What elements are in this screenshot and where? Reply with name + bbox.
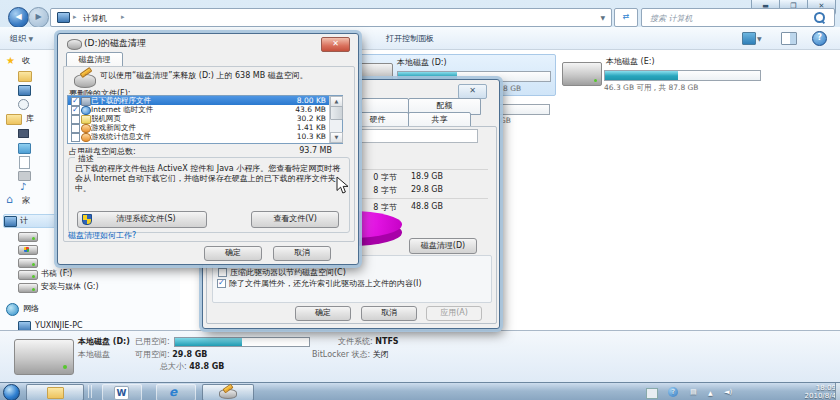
breadcrumb-arrow-icon[interactable]: ▸ — [121, 13, 125, 21]
close-icon[interactable]: ✕ — [321, 37, 350, 52]
index-label: 除了文件属性外，还允许索引此驱动器上文件的内容(I) — [229, 278, 422, 289]
item-size: 8.00 KB — [297, 96, 326, 105]
total-space-value: 93.7 MB — [264, 146, 332, 155]
filesystem-row: 文件系统: NTFS — [338, 336, 399, 347]
ok-button[interactable]: 确定 — [204, 246, 262, 261]
printer-icon — [18, 171, 31, 181]
network-tray-icon[interactable]: ▤ — [690, 388, 697, 396]
free-space-row: 可用空间: 29.8 GB — [135, 349, 207, 360]
refresh-button[interactable]: ⇄ — [614, 8, 638, 27]
search-icon[interactable] — [814, 12, 825, 23]
item-size: 43.6 MB — [295, 105, 326, 114]
list-item[interactable]: 已下载的程序文件 8.00 KB — [68, 96, 330, 105]
used-gb-value: 18.9 GB — [411, 172, 443, 181]
clock-time: 18:09 — [790, 384, 836, 392]
ok-button[interactable]: 确定 — [295, 306, 351, 321]
list-item[interactable]: Internet 临时文件 43.6 MB — [68, 105, 330, 114]
list-scrollbar[interactable]: ▲ ▼ — [329, 96, 342, 143]
drive-caption: 46.3 GB 可用 , 共 87.8 GB — [604, 83, 699, 93]
list-item[interactable]: 游戏统计信息文件 10.3 KB — [68, 132, 330, 141]
close-icon[interactable]: ✕ — [458, 84, 487, 99]
address-bar[interactable]: ▸ 计算机 ▸ ▼ — [50, 8, 612, 27]
disk-cleanup-button[interactable]: 磁盘清理(D) — [409, 238, 477, 254]
apply-button[interactable]: 应用(A) — [426, 306, 482, 321]
network-icon — [6, 303, 19, 316]
back-button[interactable]: ◀ — [8, 7, 29, 28]
drive-icon — [18, 232, 38, 242]
total-size-row: 总大小: 48.8 GB — [160, 361, 224, 372]
item-name: 游戏统计信息文件 — [91, 132, 151, 141]
sidebar-item-label: 收 — [22, 55, 30, 67]
computer-icon — [57, 12, 70, 23]
compress-label: 压缩此驱动器以节约磁盘空间(C) — [230, 267, 346, 278]
how-it-works-link[interactable]: 磁盘清理如何工作? — [68, 230, 136, 241]
forward-button[interactable]: ▶ — [28, 7, 49, 28]
views-icon — [742, 32, 756, 45]
item-name: 脱机网页 — [91, 114, 121, 123]
sidebar-item-label: 书稿 (F:) — [41, 268, 72, 280]
taskbar-separator — [88, 385, 89, 398]
item-name: 已下载的程序文件 — [91, 96, 151, 105]
scroll-thumb[interactable] — [330, 106, 343, 120]
clean-system-files-button[interactable]: 清理系统文件(S) — [77, 211, 207, 228]
drive-icon — [18, 270, 38, 280]
help-button[interactable]: ? — [812, 31, 827, 46]
taskbar-explorer-button[interactable] — [26, 384, 84, 400]
preview-pane-button[interactable] — [781, 32, 797, 45]
organize-menu[interactable]: 组织 ▼ — [10, 33, 33, 44]
drive-label: 本地磁盘 (D:) — [397, 57, 447, 68]
capacity-gb-value: 48.8 GB — [411, 202, 443, 211]
show-hidden-icons-icon[interactable]: ▲ — [708, 389, 713, 397]
sidebar-item-label: 网络 — [23, 303, 39, 315]
index-checkbox[interactable] — [217, 279, 226, 288]
chevron-down-icon: ▼ — [757, 35, 762, 42]
taskbar-ie-button[interactable]: e — [156, 384, 196, 400]
open-control-panel-button[interactable]: 打开控制面板 — [386, 33, 434, 44]
drive-caption: 8 GB — [503, 84, 521, 93]
compress-checkbox[interactable] — [218, 268, 227, 277]
sidebar-item-label: 家 — [22, 195, 30, 207]
cancel-button[interactable]: 取消 — [273, 246, 331, 261]
desktop-icon — [18, 85, 31, 96]
item-size: 30.2 KB — [297, 114, 326, 123]
sidebar-item-label: 计 — [20, 215, 28, 227]
search-placeholder: 搜索 计算机 — [650, 13, 693, 24]
breadcrumb-computer[interactable]: 计算机 — [83, 13, 107, 24]
list-item[interactable]: 游戏新闻文件 1.41 KB — [68, 123, 330, 132]
drive-icon-large — [14, 339, 74, 375]
volume-icon[interactable]: ◄) — [724, 388, 732, 396]
item-name: Internet 临时文件 — [91, 105, 153, 114]
chevron-down-icon: ▼ — [29, 35, 34, 42]
address-dropdown-icon[interactable]: ▼ — [600, 14, 605, 21]
filesystem-value: NTFS — [375, 337, 398, 346]
navigation-bar: ◀ ▶ ▸ 计算机 ▸ ▼ ⇄ 搜索 计算机 — [0, 5, 840, 27]
view-files-button[interactable]: 查看文件(V) — [251, 211, 339, 228]
disk-cleanup-dialog: (D:)的磁盘清理 ✕ 磁盘清理 可以使用“磁盘清理”来释放 (D:) 上的 6… — [57, 33, 359, 265]
cleanup-file-list[interactable]: 已下载的程序文件 8.00 KB Internet 临时文件 43.6 MB 脱… — [67, 95, 343, 144]
used-space-label: 已用空间: — [135, 336, 170, 347]
drive-label: 本地磁盘 (E:) — [606, 56, 655, 67]
taskbar-clock[interactable]: 18:09 2010/8/4 — [790, 384, 836, 400]
description-text: 已下载的程序文件包括 ActiveX 控件和 Java 小程序。您查看特定网页时… — [75, 164, 341, 194]
messenger-icon[interactable]: ? — [668, 387, 678, 397]
scroll-down-icon[interactable]: ▼ — [330, 132, 343, 143]
drive-caption: GB — [500, 116, 511, 125]
list-item[interactable]: 脱机网页 30.2 KB — [68, 114, 330, 123]
item-checkbox[interactable] — [71, 133, 80, 142]
word-icon: W — [114, 386, 129, 400]
taskbar-word-button[interactable]: W — [102, 384, 142, 400]
breadcrumb-arrow-icon[interactable]: ▸ — [73, 13, 77, 21]
description-legend: 描述 — [75, 153, 97, 164]
clock-date: 2010/8/4 — [790, 392, 836, 400]
free-space-value: 29.8 GB — [172, 350, 207, 359]
documents-icon — [19, 156, 30, 169]
show-desktop-button[interactable] — [835, 383, 840, 400]
input-indicator-icon[interactable] — [646, 388, 658, 399]
search-box[interactable]: 搜索 计算机 — [641, 8, 835, 27]
drive-tile-e[interactable]: 本地磁盘 (E:) 46.3 GB 可用 , 共 87.8 GB — [558, 54, 768, 94]
start-button[interactable] — [3, 384, 20, 400]
cancel-button[interactable]: 取消 — [361, 306, 417, 321]
bitlocker-row: BitLocker 状态: 关闭 — [312, 349, 389, 360]
mouse-cursor — [336, 176, 349, 195]
taskbar-disk-cleanup-button[interactable] — [202, 384, 254, 400]
